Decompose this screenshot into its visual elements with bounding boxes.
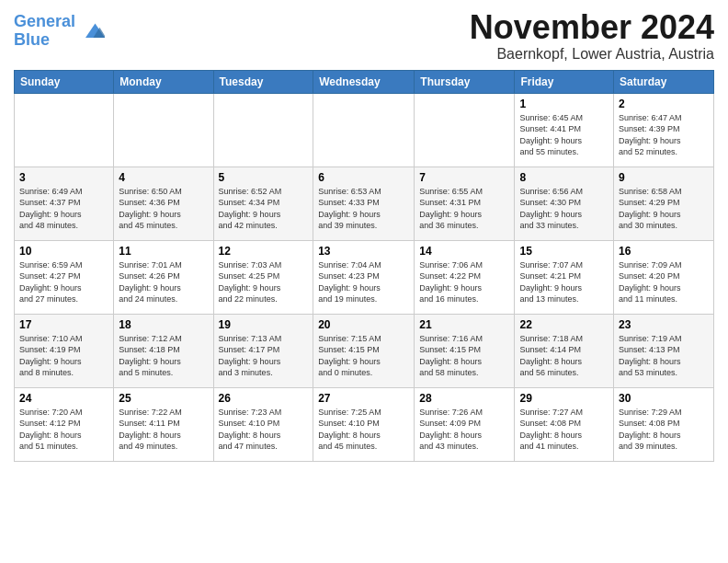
header: General Blue November 2024 Baernkopf, Lo…: [14, 9, 714, 63]
table-row: 18Sunrise: 7:12 AM Sunset: 4:18 PM Dayli…: [114, 314, 213, 387]
table-row: 21Sunrise: 7:16 AM Sunset: 4:15 PM Dayli…: [415, 314, 515, 387]
day-info: Sunrise: 6:49 AM Sunset: 4:37 PM Dayligh…: [19, 186, 108, 232]
day-number: 22: [519, 318, 609, 331]
table-row: 6Sunrise: 6:53 AM Sunset: 4:33 PM Daylig…: [313, 167, 415, 240]
table-row: [15, 93, 114, 167]
day-number: 15: [519, 245, 609, 258]
table-row: 19Sunrise: 7:13 AM Sunset: 4:17 PM Dayli…: [213, 314, 313, 387]
table-row: 1Sunrise: 6:45 AM Sunset: 4:41 PM Daylig…: [515, 93, 614, 167]
day-info: Sunrise: 7:10 AM Sunset: 4:19 PM Dayligh…: [19, 333, 108, 379]
day-number: 23: [619, 318, 709, 331]
day-number: 28: [419, 392, 509, 405]
col-monday: Monday: [114, 70, 213, 93]
day-info: Sunrise: 7:06 AM Sunset: 4:22 PM Dayligh…: [419, 259, 509, 305]
table-row: 10Sunrise: 6:59 AM Sunset: 4:27 PM Dayli…: [15, 240, 114, 314]
day-info: Sunrise: 6:47 AM Sunset: 4:39 PM Dayligh…: [619, 112, 709, 158]
table-row: 28Sunrise: 7:26 AM Sunset: 4:09 PM Dayli…: [415, 387, 515, 461]
day-number: 29: [519, 392, 609, 405]
day-number: 10: [19, 245, 108, 258]
day-info: Sunrise: 6:53 AM Sunset: 4:33 PM Dayligh…: [318, 186, 409, 232]
table-row: 25Sunrise: 7:22 AM Sunset: 4:11 PM Dayli…: [114, 387, 213, 461]
logo-icon: [79, 18, 105, 44]
logo-line1: General: [14, 12, 75, 30]
table-row: 3Sunrise: 6:49 AM Sunset: 4:37 PM Daylig…: [15, 167, 114, 240]
day-info: Sunrise: 7:27 AM Sunset: 4:08 PM Dayligh…: [519, 407, 609, 453]
day-number: 14: [419, 245, 509, 258]
day-info: Sunrise: 7:04 AM Sunset: 4:23 PM Dayligh…: [318, 259, 409, 305]
table-row: 7Sunrise: 6:55 AM Sunset: 4:31 PM Daylig…: [415, 167, 515, 240]
day-info: Sunrise: 7:20 AM Sunset: 4:12 PM Dayligh…: [19, 407, 108, 453]
day-info: Sunrise: 6:58 AM Sunset: 4:29 PM Dayligh…: [619, 186, 709, 232]
calendar-week-row: 1Sunrise: 6:45 AM Sunset: 4:41 PM Daylig…: [15, 93, 714, 167]
table-row: [313, 93, 415, 167]
logo-text: General Blue: [14, 13, 75, 50]
location-title: Baernkopf, Lower Austria, Austria: [470, 46, 714, 63]
day-number: 3: [19, 171, 108, 184]
day-number: 18: [119, 318, 208, 331]
table-row: 29Sunrise: 7:27 AM Sunset: 4:08 PM Dayli…: [515, 387, 614, 461]
table-row: 22Sunrise: 7:18 AM Sunset: 4:14 PM Dayli…: [515, 314, 614, 387]
logo-line2: Blue: [14, 30, 50, 49]
day-info: Sunrise: 7:09 AM Sunset: 4:20 PM Dayligh…: [619, 259, 709, 305]
table-row: [114, 93, 213, 167]
day-number: 27: [318, 392, 409, 405]
day-number: 9: [619, 171, 709, 184]
table-row: 2Sunrise: 6:47 AM Sunset: 4:39 PM Daylig…: [614, 93, 714, 167]
title-area: November 2024 Baernkopf, Lower Austria, …: [470, 9, 714, 63]
day-info: Sunrise: 6:56 AM Sunset: 4:30 PM Dayligh…: [519, 186, 609, 232]
day-info: Sunrise: 6:52 AM Sunset: 4:34 PM Dayligh…: [219, 186, 309, 232]
table-row: [213, 93, 313, 167]
day-info: Sunrise: 7:16 AM Sunset: 4:15 PM Dayligh…: [419, 333, 509, 379]
day-number: 1: [519, 98, 609, 110]
day-number: 11: [119, 245, 208, 258]
table-row: 12Sunrise: 7:03 AM Sunset: 4:25 PM Dayli…: [213, 240, 313, 314]
day-info: Sunrise: 6:55 AM Sunset: 4:31 PM Dayligh…: [419, 186, 509, 232]
col-tuesday: Tuesday: [213, 70, 313, 93]
table-row: 20Sunrise: 7:15 AM Sunset: 4:15 PM Dayli…: [313, 314, 415, 387]
month-title: November 2024: [470, 9, 714, 46]
day-info: Sunrise: 7:07 AM Sunset: 4:21 PM Dayligh…: [519, 259, 609, 305]
day-info: Sunrise: 7:26 AM Sunset: 4:09 PM Dayligh…: [419, 407, 509, 453]
day-number: 25: [119, 392, 208, 405]
table-row: 24Sunrise: 7:20 AM Sunset: 4:12 PM Dayli…: [15, 387, 114, 461]
day-info: Sunrise: 7:13 AM Sunset: 4:17 PM Dayligh…: [219, 333, 309, 379]
day-number: 5: [219, 171, 309, 184]
day-number: 8: [519, 171, 609, 184]
table-row: 5Sunrise: 6:52 AM Sunset: 4:34 PM Daylig…: [213, 167, 313, 240]
table-row: 27Sunrise: 7:25 AM Sunset: 4:10 PM Dayli…: [313, 387, 415, 461]
day-number: 24: [19, 392, 108, 405]
calendar-week-row: 17Sunrise: 7:10 AM Sunset: 4:19 PM Dayli…: [15, 314, 714, 387]
day-number: 19: [219, 318, 309, 331]
day-info: Sunrise: 7:15 AM Sunset: 4:15 PM Dayligh…: [318, 333, 409, 379]
table-row: 9Sunrise: 6:58 AM Sunset: 4:29 PM Daylig…: [614, 167, 714, 240]
table-row: 15Sunrise: 7:07 AM Sunset: 4:21 PM Dayli…: [515, 240, 614, 314]
table-row: 11Sunrise: 7:01 AM Sunset: 4:26 PM Dayli…: [114, 240, 213, 314]
day-info: Sunrise: 7:22 AM Sunset: 4:11 PM Dayligh…: [119, 407, 208, 453]
day-info: Sunrise: 7:12 AM Sunset: 4:18 PM Dayligh…: [119, 333, 208, 379]
day-info: Sunrise: 7:29 AM Sunset: 4:08 PM Dayligh…: [619, 407, 709, 453]
table-row: 17Sunrise: 7:10 AM Sunset: 4:19 PM Dayli…: [15, 314, 114, 387]
day-number: 20: [318, 318, 409, 331]
table-row: 8Sunrise: 6:56 AM Sunset: 4:30 PM Daylig…: [515, 167, 614, 240]
day-number: 12: [219, 245, 309, 258]
day-number: 7: [419, 171, 509, 184]
day-number: 2: [619, 98, 709, 110]
day-info: Sunrise: 7:01 AM Sunset: 4:26 PM Dayligh…: [119, 259, 208, 305]
table-row: 13Sunrise: 7:04 AM Sunset: 4:23 PM Dayli…: [313, 240, 415, 314]
logo: General Blue: [14, 13, 105, 50]
col-wednesday: Wednesday: [313, 70, 415, 93]
day-info: Sunrise: 7:19 AM Sunset: 4:13 PM Dayligh…: [619, 333, 709, 379]
calendar-header-row: Sunday Monday Tuesday Wednesday Thursday…: [15, 70, 714, 93]
day-info: Sunrise: 7:23 AM Sunset: 4:10 PM Dayligh…: [219, 407, 309, 453]
table-row: [415, 93, 515, 167]
day-info: Sunrise: 7:18 AM Sunset: 4:14 PM Dayligh…: [519, 333, 609, 379]
calendar-table: Sunday Monday Tuesday Wednesday Thursday…: [14, 70, 714, 462]
table-row: 14Sunrise: 7:06 AM Sunset: 4:22 PM Dayli…: [415, 240, 515, 314]
day-info: Sunrise: 6:45 AM Sunset: 4:41 PM Dayligh…: [519, 112, 609, 158]
table-row: 30Sunrise: 7:29 AM Sunset: 4:08 PM Dayli…: [614, 387, 714, 461]
day-info: Sunrise: 7:03 AM Sunset: 4:25 PM Dayligh…: [219, 259, 309, 305]
day-number: 30: [619, 392, 709, 405]
calendar-week-row: 3Sunrise: 6:49 AM Sunset: 4:37 PM Daylig…: [15, 167, 714, 240]
col-thursday: Thursday: [415, 70, 515, 93]
day-info: Sunrise: 6:59 AM Sunset: 4:27 PM Dayligh…: [19, 259, 108, 305]
